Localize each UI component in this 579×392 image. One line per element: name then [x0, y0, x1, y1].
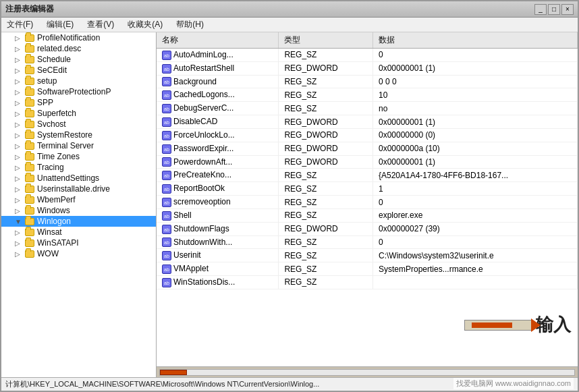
- tree-expand-icon: ▷: [15, 164, 24, 171]
- tree-item-label: Windows: [37, 206, 70, 215]
- tree-item[interactable]: ▷Tracing: [1, 162, 156, 173]
- tree-item[interactable]: ▷Superfetch: [1, 108, 156, 119]
- reg-name-cell: abDisableCAD: [157, 115, 279, 129]
- folder-icon: [24, 87, 35, 96]
- tree-item-label: Userinstallable.drive: [37, 184, 110, 194]
- reg-value-icon: ab: [162, 211, 171, 221]
- tree-item-label: SystemRestore: [37, 130, 92, 140]
- folder-icon: [24, 152, 35, 161]
- tree-item[interactable]: ▷WOW: [1, 248, 156, 259]
- table-row[interactable]: abShutdownFlagsREG_DWORD0x00000027 (39): [157, 222, 578, 235]
- table-row[interactable]: abBackgroundREG_SZ0 0 0: [157, 75, 578, 88]
- menu-edit[interactable]: 编辑(E): [44, 18, 76, 32]
- tree-item[interactable]: ▷related.desc: [1, 43, 156, 54]
- tree-item[interactable]: ▷SPP: [1, 97, 156, 108]
- table-row[interactable]: abShellREG_SZexplorer.exe: [157, 208, 578, 222]
- tree-item[interactable]: ▷Windows: [1, 205, 156, 216]
- tree-item[interactable]: ▷SeCEdit: [1, 65, 156, 76]
- tree-item[interactable]: ▷Terminal Server: [1, 140, 156, 151]
- folder-icon: [24, 44, 35, 53]
- tree-item[interactable]: ▷Svchost: [1, 119, 156, 130]
- table-row[interactable]: abDisableCADREG_DWORD0x00000001 (1): [157, 115, 578, 129]
- reg-type-cell: REG_SZ: [279, 88, 373, 102]
- tree-expand-icon: ▷: [15, 207, 24, 215]
- reg-name-cell: abShutdownFlags: [157, 222, 279, 235]
- menu-help[interactable]: 帮助(H): [173, 18, 206, 32]
- menu-favorites[interactable]: 收藏夹(A): [125, 18, 165, 32]
- reg-type-cell: REG_SZ: [279, 75, 373, 88]
- minimize-button[interactable]: _: [534, 4, 547, 15]
- registry-tree[interactable]: ▷ProfileNotification▷related.desc▷Schedu…: [1, 32, 157, 377]
- tree-item-label: UnattendSettings: [37, 173, 99, 183]
- tree-item[interactable]: ▷Time Zones: [1, 151, 156, 162]
- status-text: 计算机\HKEY_LOCAL_MACHINE\SOFTWARE\Microsof…: [5, 380, 319, 388]
- reg-name-cell: abDebugServerC...: [157, 102, 279, 115]
- table-row[interactable]: abDebugServerC...REG_SZno: [157, 102, 578, 115]
- menu-file[interactable]: 文件(F): [4, 18, 36, 32]
- tree-expand-icon: ▷: [15, 196, 24, 204]
- tree-item-label: WbemPerf: [37, 195, 76, 204]
- tree-item[interactable]: ▷ProfileNotification: [1, 32, 156, 43]
- tree-item[interactable]: ▷SoftwareProtectionP: [1, 86, 156, 97]
- reg-name-cell: abPowerdownAft...: [157, 155, 279, 169]
- reg-name-cell: abBackground: [157, 75, 279, 88]
- tree-item[interactable]: ▷setup: [1, 76, 156, 86]
- table-row[interactable]: abShutdownWith...REG_SZ0: [157, 235, 578, 249]
- close-button[interactable]: ×: [561, 4, 574, 15]
- tree-item-label: Terminal Server: [37, 141, 94, 150]
- reg-type-cell: REG_DWORD: [279, 222, 373, 235]
- tree-item[interactable]: ▼Winlogon: [1, 216, 156, 227]
- maximize-button[interactable]: □: [548, 4, 560, 15]
- tooltip-label: 输入: [536, 313, 571, 337]
- reg-data-cell: [373, 276, 577, 289]
- reg-data-cell: 0x00000001 (1): [373, 115, 577, 129]
- tree-expand-icon: ▷: [15, 99, 24, 107]
- tree-expand-icon: ▷: [15, 229, 24, 236]
- reg-value-icon: ab: [162, 104, 171, 113]
- tree-item[interactable]: ▷Schedule: [1, 54, 156, 65]
- table-row[interactable]: abPreCreateKno...REG_SZ{A520A1A4-1780-4F…: [157, 169, 578, 182]
- scrollbar-thumb[interactable]: [160, 370, 187, 375]
- reg-data-cell: 0x00000001 (1): [373, 61, 577, 75]
- folder-icon: [24, 184, 35, 194]
- table-row[interactable]: abForceUnlockLo...REG_DWORD0x00000000 (0…: [157, 128, 578, 142]
- table-row[interactable]: abUserinitREG_SZC:\Windows\system32\user…: [157, 249, 578, 262]
- tree-item-label: Time Zones: [37, 152, 80, 161]
- reg-value-icon: ab: [162, 77, 171, 86]
- tree-item-label: SPP: [37, 98, 53, 107]
- tree-item[interactable]: ▷WbemPerf: [1, 194, 156, 205]
- tree-item-label: related.desc: [37, 44, 81, 53]
- reg-name-cell: abVMApplet: [157, 262, 279, 276]
- folder-icon: [24, 238, 35, 248]
- scrollbar-track: [159, 369, 575, 376]
- tree-item-label: setup: [37, 76, 57, 86]
- tree-expand-icon: ▷: [15, 175, 24, 182]
- tree-item[interactable]: ▷WinSATAPI: [1, 237, 156, 248]
- tree-item[interactable]: ▷Userinstallable.drive: [1, 184, 156, 194]
- arrow-right-icon: [531, 318, 541, 332]
- window-controls: _ □ ×: [534, 4, 574, 15]
- tree-expand-icon: ▷: [15, 34, 24, 42]
- reg-value-icon: ab: [162, 131, 171, 140]
- tree-item[interactable]: ▷SystemRestore: [1, 130, 156, 140]
- tree-item[interactable]: ▷Winsat: [1, 227, 156, 237]
- tree-expand-icon: ▷: [15, 67, 24, 74]
- table-row[interactable]: abPowerdownAft...REG_DWORD0x00000001 (1): [157, 155, 578, 169]
- reg-name-cell: abAutoAdminLog...: [157, 49, 279, 62]
- tree-item[interactable]: ▷UnattendSettings: [1, 173, 156, 184]
- menu-view[interactable]: 查看(V): [84, 18, 117, 32]
- table-row[interactable]: abCachedLogons...REG_SZ10: [157, 88, 578, 102]
- reg-type-cell: REG_SZ: [279, 262, 373, 276]
- horizontal-scrollbar[interactable]: [157, 366, 578, 377]
- reg-name-cell: abReportBootOk: [157, 182, 279, 196]
- table-row[interactable]: abscremoveoptionREG_SZ0: [157, 196, 578, 209]
- table-row[interactable]: abAutoAdminLog...REG_SZ0: [157, 49, 578, 62]
- reg-value-icon: ab: [162, 225, 171, 234]
- table-row[interactable]: abPasswordExpir...REG_DWORD0x0000000a (1…: [157, 142, 578, 155]
- table-row[interactable]: abReportBootOkREG_SZ1: [157, 182, 578, 196]
- table-row[interactable]: abAutoRestartShellREG_DWORD0x00000001 (1…: [157, 61, 578, 75]
- scrollbar-indicator: [472, 323, 512, 328]
- table-row[interactable]: abWinStationsDis...REG_SZ: [157, 276, 578, 289]
- table-row[interactable]: abVMAppletREG_SZSystemProperties...rmanc…: [157, 262, 578, 276]
- registry-table: 名称 类型 数据 abAutoAdminLog...REG_SZ0abAutoR…: [157, 32, 578, 289]
